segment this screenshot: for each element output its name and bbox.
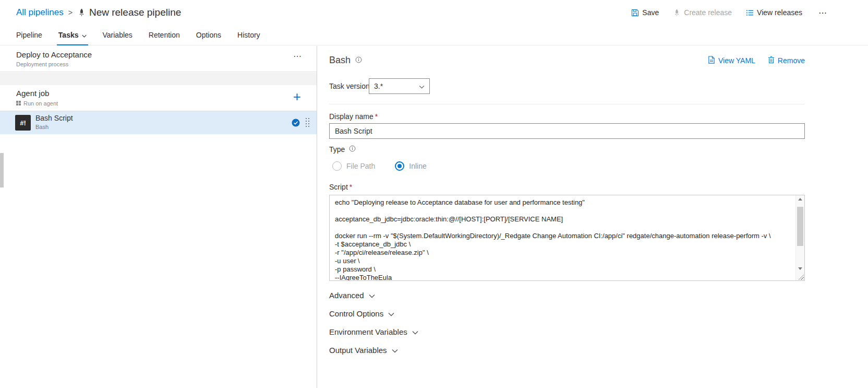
task-version-value: 3.* xyxy=(374,82,383,90)
script-label-text: Script xyxy=(329,183,348,191)
save-label: Save xyxy=(642,8,659,17)
task-row-bash-script[interactable]: #! Bash Script Bash xyxy=(0,111,317,134)
task-detail-title: Bash xyxy=(329,55,351,66)
stage-subtitle: Deployment process xyxy=(16,61,68,67)
task-version-label: Task version xyxy=(329,82,370,90)
chevron-down-icon xyxy=(419,82,425,90)
agent-job-row[interactable]: Agent job Run on agent + xyxy=(0,85,317,111)
tab-history[interactable]: History xyxy=(237,25,260,45)
create-release-button[interactable]: Create release xyxy=(673,8,732,17)
chevron-down-icon xyxy=(82,31,87,39)
radio-circle-selected xyxy=(395,161,404,171)
save-button[interactable]: Save xyxy=(631,8,659,17)
chevron-down-icon xyxy=(388,309,394,318)
section-output-variables-label: Output Variables xyxy=(329,346,387,355)
tab-tasks[interactable]: Tasks xyxy=(58,25,87,45)
tab-bar: Pipeline Tasks Variables Retention Optio… xyxy=(0,25,868,45)
required-marker: * xyxy=(349,183,352,191)
script-scrollbar[interactable] xyxy=(795,195,804,280)
tab-pipeline-label: Pipeline xyxy=(16,31,42,39)
yaml-file-icon xyxy=(708,56,715,65)
panel-gap xyxy=(0,73,317,85)
chevron-down-icon xyxy=(392,346,398,355)
check-circle-icon xyxy=(292,119,300,129)
tab-variables[interactable]: Variables xyxy=(103,25,132,45)
display-name-input[interactable] xyxy=(329,123,805,139)
tab-options[interactable]: Options xyxy=(196,25,221,45)
type-label-text: Type xyxy=(329,145,345,154)
bash-task-icon: #! xyxy=(15,115,31,131)
tab-variables-label: Variables xyxy=(103,31,132,39)
display-name-label: Display name* xyxy=(329,112,378,121)
drag-grip-icon[interactable] xyxy=(306,118,309,127)
stage-header[interactable]: Deploy to Acceptance Deployment process … xyxy=(0,46,317,72)
agent-icon xyxy=(16,100,21,107)
remove-label: Remove xyxy=(778,56,805,65)
radio-circle-unselected xyxy=(332,161,342,171)
breadcrumb-all-pipelines[interactable]: All pipelines xyxy=(16,7,64,18)
section-control-options-label: Control Options xyxy=(329,309,383,318)
create-release-label: Create release xyxy=(684,8,732,17)
scroll-up-arrow[interactable] xyxy=(796,195,804,203)
script-textarea[interactable]: echo "Deploying release to Acceptance da… xyxy=(330,195,795,280)
task-detail-header: Bash xyxy=(329,55,362,66)
view-yaml-button[interactable]: View YAML xyxy=(708,56,755,65)
save-icon xyxy=(631,9,639,17)
radio-file-path[interactable]: File Path xyxy=(332,161,375,171)
release-pipeline-editor: All pipelines > New release pipeline Sav… xyxy=(0,0,868,388)
view-releases-label: View releases xyxy=(757,8,802,17)
task-detail-panel: Bash View YAML Remove Task version 3.* xyxy=(318,46,868,388)
view-releases-button[interactable]: View releases xyxy=(746,8,802,17)
task-subtitle: Bash xyxy=(35,124,49,130)
tab-options-label: Options xyxy=(196,31,221,39)
view-yaml-label: View YAML xyxy=(718,56,755,65)
breadcrumb-separator: > xyxy=(68,8,73,17)
tab-tasks-label: Tasks xyxy=(58,31,79,39)
stage-more-button[interactable]: ⋯ xyxy=(293,51,302,61)
task-detail-actions: View YAML Remove xyxy=(708,56,805,65)
scroll-down-arrow[interactable] xyxy=(796,265,804,273)
tab-pipeline[interactable]: Pipeline xyxy=(16,25,42,45)
left-panel-scrollbar[interactable] xyxy=(0,153,4,187)
scrollbar-thumb[interactable] xyxy=(797,207,803,246)
page-title: New release pipeline xyxy=(89,7,181,18)
release-pipeline-icon xyxy=(78,8,86,17)
add-task-button[interactable]: + xyxy=(293,90,301,103)
chevron-down-icon xyxy=(412,327,418,336)
remove-task-button[interactable]: Remove xyxy=(768,56,805,65)
section-advanced[interactable]: Advanced xyxy=(329,291,375,300)
section-advanced-label: Advanced xyxy=(329,291,364,300)
agent-job-subtitle: Run on agent xyxy=(16,100,58,107)
type-label: Type xyxy=(329,145,356,154)
chevron-down-icon xyxy=(369,291,375,300)
info-icon[interactable] xyxy=(355,56,362,65)
header: All pipelines > New release pipeline Sav… xyxy=(0,0,868,25)
tab-retention-label: Retention xyxy=(149,31,180,39)
rocket-icon xyxy=(673,9,681,17)
stage-title: Deploy to Acceptance xyxy=(16,50,92,59)
stage-tasks-panel: Deploy to Acceptance Deployment process … xyxy=(0,46,317,388)
agent-job-title: Agent job xyxy=(16,89,49,98)
list-icon xyxy=(746,9,754,17)
radio-file-path-label: File Path xyxy=(346,162,375,170)
section-control-options[interactable]: Control Options xyxy=(329,309,394,318)
required-marker: * xyxy=(375,112,378,121)
more-actions-button[interactable]: ⋯ xyxy=(816,8,829,18)
radio-inline[interactable]: Inline xyxy=(395,161,426,171)
agent-job-subtitle-label: Run on agent xyxy=(23,100,58,107)
radio-inline-label: Inline xyxy=(409,162,426,170)
script-label: Script* xyxy=(329,183,352,191)
task-version-select[interactable]: 3.* xyxy=(369,78,430,94)
info-icon[interactable] xyxy=(349,145,356,154)
task-title: Bash Script xyxy=(35,114,73,122)
section-environment-variables[interactable]: Environment Variables xyxy=(329,327,418,336)
section-output-variables[interactable]: Output Variables xyxy=(329,346,398,355)
display-name-label-text: Display name xyxy=(329,112,373,121)
section-divider xyxy=(329,104,805,104)
breadcrumb: All pipelines > New release pipeline xyxy=(16,0,181,25)
tab-retention[interactable]: Retention xyxy=(149,25,180,45)
command-bar: Save Create release View releases ⋯ xyxy=(631,0,829,25)
section-environment-variables-label: Environment Variables xyxy=(329,327,407,336)
script-editor: echo "Deploying release to Acceptance da… xyxy=(329,195,805,281)
type-radio-group: File Path Inline xyxy=(332,161,427,171)
